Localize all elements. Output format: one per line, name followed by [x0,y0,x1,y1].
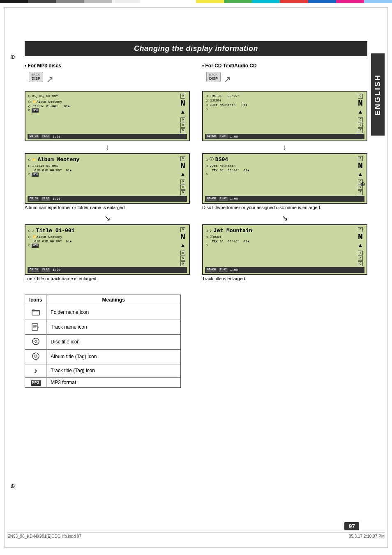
folder-icon [31,307,40,316]
note-icon-cell: ♪ [25,364,46,377]
icons-section: Icons Meanings Folder name icon [25,295,367,388]
track-meaning: Track name icon [46,320,181,334]
album-icon [31,352,40,361]
mp3-caption-2: Track title or track name is enlarged. [25,276,190,281]
two-column-layout: • For MP3 discs BACK DISP ↗ ◯ [25,63,367,285]
mp3-section-label: • For MP3 discs [25,63,190,69]
cd-caption-2: Track title is enlarged. [202,276,367,281]
mp3-screen-3: ◯ ♪ Title 01-001 ◯ 📁Album Neoteny 01D 01… [25,224,190,275]
back-button: BACK DISP [29,72,43,82]
mp3-format-icon: MP3 [31,380,41,386]
reg-mark-right-mid: ⊕ [360,181,365,187]
cd-caption-1: Disc title/performer or your assigned di… [202,205,367,210]
reg-mark-left-top: ⊕ [10,53,15,60]
folder-icon-cell [25,305,46,320]
table-row: ♪ Track name icon [25,320,181,334]
svg-point-10 [32,353,39,359]
back-button-cd: BACK DISP [206,72,221,82]
color-bar [0,0,392,3]
mp3-meaning: MP3 format [46,377,181,387]
mp3-screen-2: ◯ 📁 Album Neoteny ◯ ♫Title 01-001 01D 01… [25,153,190,204]
table-row: Album title (Tag) icon [25,349,181,364]
cd-section-label: • For CD Text/Audio CD [202,63,367,69]
meanings-col-header: Meanings [46,295,181,305]
table-row: MP3 MP3 format [25,377,181,387]
mp3-icon-cell: MP3 [25,377,46,387]
mp3-screen-1: ◯ 01a 01D 00'09" ◯ 📁Album Neoteny ◯ ♫Tit… [25,91,190,141]
icons-col-header: Icons [25,295,46,305]
disc-icon [31,337,40,346]
language-label: ENGLISH [371,53,385,136]
track-icon: ♪ [31,322,40,331]
main-content: Changing the display information • For M… [25,41,367,388]
table-row: Disc title icon [25,334,181,349]
svg-rect-2 [32,324,38,330]
cd-screen-3: ◯ ♪ Jet Mountain ◯ ⓘDS04 TRK 01 00'09" 0… [202,224,367,275]
footer: EN93_98_KD-NX901[E]CDCHfb.indd 97 05.3.1… [7,532,385,539]
back-disp-area: BACK DISP ↗ [25,72,190,88]
table-row: ♪ Track title (Tag) icon [25,364,181,377]
page-number: 97 [344,522,359,530]
svg-point-11 [35,355,37,357]
arrow-down-1: ↓ [25,143,190,152]
disc-meaning: Disc title icon [46,334,181,349]
disc-icon-cell [25,334,46,349]
footer-right: 05.3.17 2:10:07 PM [349,534,385,539]
track-icon-cell: ♪ [25,320,46,334]
svg-point-8 [35,340,37,342]
arrow-down-cd-2: ↙ [202,214,367,223]
note-meaning: Track title (Tag) icon [46,364,181,377]
arrow-down-2: ↙ [25,214,190,223]
music-note-icon: ♪ [34,366,37,375]
reg-mark-left-bottom: ⊕ [10,483,15,489]
mp3-caption-1: Album name/performer or folder name is e… [25,205,190,210]
svg-text:♪: ♪ [37,325,39,329]
cd-screen-2: ◯ ⓘ DS04 ◯ ♪Jet Mountain TRK 01 00'09" 0… [202,153,367,204]
footer-left: EN93_98_KD-NX901[E]CDCHfb.indd 97 [7,534,81,539]
svg-point-7 [32,338,39,345]
cd-screen-1: ◯ TRK 01 00'09" ◯ ⓘDS04 ◯ ♪Jet Mountain … [202,91,367,141]
table-row: Folder name icon [25,305,181,320]
mp3-section: • For MP3 discs BACK DISP ↗ ◯ [25,63,190,285]
page-title: Changing the display information [25,41,367,56]
album-meaning: Album title (Tag) icon [46,349,181,364]
arrow-down-cd-1: ↓ [202,143,367,152]
folder-meaning: Folder name icon [46,305,181,320]
back-disp-area-cd: BACK DISP ↗ [202,72,367,88]
album-icon-cell [25,349,46,364]
icons-meanings-table: Icons Meanings Folder name icon [25,295,181,388]
cd-section: • For CD Text/Audio CD BACK DISP ↗ ◯ TRK… [202,63,367,285]
